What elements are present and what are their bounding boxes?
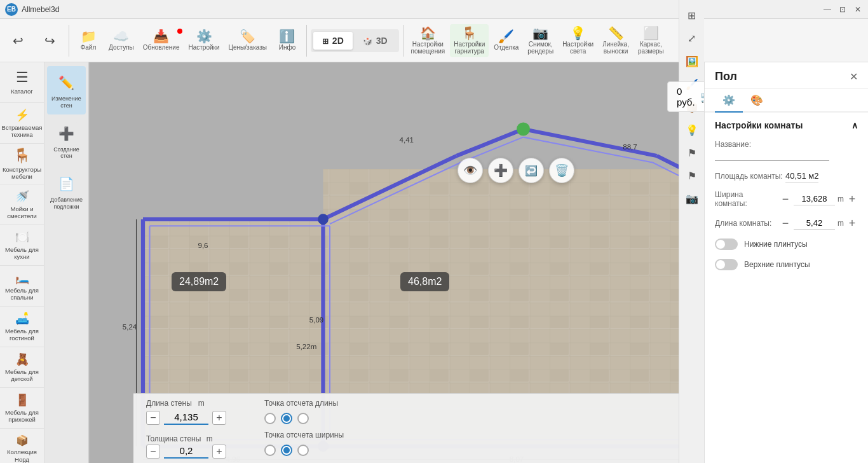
add-backing-icon: 📄 xyxy=(55,172,78,195)
section-collapse-icon: ∧ xyxy=(851,120,858,130)
wall-thickness-minus[interactable]: − xyxy=(146,445,160,459)
sidebar-item-constructors[interactable]: 🪑 Конструкторы мебели xyxy=(0,144,44,184)
svg-point-30 xyxy=(517,123,530,136)
tab-palette[interactable]: 🎨 xyxy=(743,89,771,113)
info-button[interactable]: ℹ️ Инфо xyxy=(272,27,302,53)
lower-plinth-knob xyxy=(716,240,725,249)
upper-plinth-row: Верхние плинтусы xyxy=(715,259,858,270)
wall-thickness-label-row: Толщина стены m xyxy=(146,432,226,444)
nord-icon: 📦 xyxy=(16,434,29,446)
mode-2d-button[interactable]: ⊞ 2D xyxy=(313,32,353,50)
wall-thickness-plus[interactable]: + xyxy=(212,445,226,459)
room-width-control: − m + xyxy=(780,193,858,205)
price-badge[interactable]: 0 руб. 🛒 xyxy=(667,81,704,112)
wall-length-plus[interactable]: + xyxy=(212,411,226,425)
price-button[interactable]: 🏷️ Цены/заказы xyxy=(225,27,271,53)
sidebar-item-kitchen[interactable]: 🍽️ Мебель для кухни xyxy=(0,225,44,266)
delete-button[interactable]: 🗑️ xyxy=(549,158,574,183)
view-mode-toggle: ⊞ 2D 🎲 3D xyxy=(311,29,399,52)
catalog-icon: ☰ xyxy=(16,69,29,86)
wall-length-minus[interactable]: − xyxy=(146,411,160,425)
room-length-plus[interactable]: + xyxy=(846,218,858,229)
sidebar-item-hallway[interactable]: 🚪 Мебель для прихожей xyxy=(0,388,44,429)
upper-plinth-toggle[interactable] xyxy=(715,259,738,270)
canvas-fab-group: 👁️ ➕ ↩️ 🗑️ xyxy=(458,158,574,183)
access-icon: ☁️ xyxy=(113,30,129,43)
wall-length-label-row: Длина стены m xyxy=(146,399,226,408)
room-width-minus[interactable]: − xyxy=(780,193,791,205)
canvas-area[interactable]: 0 руб. 🛒 xyxy=(89,62,704,463)
redo-button[interactable]: ↪ xyxy=(34,32,65,50)
finish-button[interactable]: 🖌️ Отделка xyxy=(490,27,522,53)
ref-width-right-radio[interactable] xyxy=(297,445,309,456)
settings-button[interactable]: ⚙️ Настройки xyxy=(185,27,224,53)
room-name-value[interactable] xyxy=(715,149,829,161)
svg-text:5,22m: 5,22m xyxy=(296,343,316,351)
rmt-flag2-button[interactable]: ⚑ xyxy=(682,165,702,186)
rmt-expand-button[interactable]: ⤢ xyxy=(682,28,702,48)
info-icon: ℹ️ xyxy=(279,30,295,43)
tool-edit-walls[interactable]: ✏️ Изменение стен xyxy=(47,66,86,114)
add-node-button[interactable]: ➕ xyxy=(488,158,513,183)
rmt-grid-button[interactable]: ⊞ xyxy=(682,5,702,25)
wall-length-input[interactable] xyxy=(164,410,208,425)
right-panel-close-button[interactable]: ✕ xyxy=(850,71,858,83)
tool-add-backing[interactable]: 📄 Добавление подложки xyxy=(47,167,86,216)
sidebar-item-living[interactable]: 🛋️ Мебель для гостиной xyxy=(0,307,44,347)
right-panel-tabs: ⚙️ 🎨 xyxy=(705,89,868,113)
rmt-flag1-button[interactable]: ⚑ xyxy=(682,142,702,163)
create-walls-icon: ➕ xyxy=(55,122,78,145)
ref-length-label: Точка отсчета длины xyxy=(264,399,344,408)
lower-plinth-toggle[interactable] xyxy=(715,238,738,250)
ruler-button[interactable]: 📏 Линейка, выноски xyxy=(599,24,633,57)
ref-width-center-radio[interactable] xyxy=(281,445,292,456)
maximize-button[interactable]: ⊡ xyxy=(837,4,848,15)
tab-settings[interactable]: ⚙️ xyxy=(715,89,743,113)
app-title: EB Allmebel3d xyxy=(5,3,59,16)
render-button[interactable]: 📷 Снимок, рендеры xyxy=(524,24,557,57)
mode-3d-button[interactable]: 🎲 3D xyxy=(354,32,397,50)
rmt-camera-button[interactable]: 📷 xyxy=(682,188,702,209)
room-width-input[interactable] xyxy=(794,193,835,205)
room-settings-button[interactable]: 🏠 Настройки помещения xyxy=(407,24,449,57)
undo-icon: ↩ xyxy=(13,34,24,47)
sidebar-item-builtin[interactable]: ⚡ Встраиваемая техника xyxy=(0,103,44,144)
close-button[interactable]: ✕ xyxy=(853,4,863,15)
minimize-button[interactable]: — xyxy=(822,4,832,15)
light-settings-button[interactable]: 💡 Настройки света xyxy=(559,24,597,57)
access-button[interactable]: ☁️ Доступы xyxy=(105,27,138,53)
hallway-icon: 🚪 xyxy=(15,393,29,407)
room-area-label: Площадь команты: xyxy=(715,172,783,181)
file-button[interactable]: 📁 Файл xyxy=(73,27,104,53)
ref-width-left-radio[interactable] xyxy=(264,445,276,456)
ref-length-center-radio[interactable] xyxy=(281,413,292,424)
ref-length-right-radio[interactable] xyxy=(297,413,309,424)
undo-button[interactable]: ↩ xyxy=(3,32,33,50)
price-icon: 🏷️ xyxy=(240,30,255,43)
room-length-minus[interactable]: − xyxy=(780,218,791,229)
update-button[interactable]: 📥 Обновление xyxy=(139,27,184,53)
sidebar-item-sinks[interactable]: 🚿 Мойки и смесители xyxy=(0,184,44,225)
wall-length-control: − + xyxy=(146,410,226,425)
room-settings-section[interactable]: Настройки комнаты ∧ xyxy=(715,120,858,130)
wall-length-unit: m xyxy=(198,399,205,408)
sidebar-item-kids[interactable]: 🧸 Мебель для детской xyxy=(0,347,44,388)
wall-thickness-input[interactable] xyxy=(164,444,208,459)
view-eye-button[interactable]: 👁️ xyxy=(458,158,483,183)
bottom-panel: Длина стены m − + Толщина стены m − + xyxy=(133,393,704,463)
tool-create-walls[interactable]: ➕ Создание стен xyxy=(47,117,86,165)
sidebar-item-catalog[interactable]: ☰ Каталог xyxy=(0,62,44,103)
wireframe-button[interactable]: ⬜ Каркас, размеры xyxy=(634,24,668,57)
divider-1 xyxy=(69,25,69,57)
furniture-settings-button[interactable]: 🪑 Настройки гарнитура xyxy=(450,24,489,57)
ref-width-label: Точка отсчета ширины xyxy=(264,431,344,439)
sidebar-item-nord[interactable]: 📦 Коллекция Норд xyxy=(0,429,44,463)
svg-point-31 xyxy=(318,214,329,225)
ref-length-left-radio[interactable] xyxy=(264,413,276,424)
sidebar-item-bedroom[interactable]: 🛏️ Мебель для спальни xyxy=(0,266,44,307)
rotate-button[interactable]: ↩️ xyxy=(519,158,544,183)
room-width-plus[interactable]: + xyxy=(846,193,858,205)
rmt-image-button[interactable]: 🖼️ xyxy=(682,51,702,71)
room-length-input[interactable] xyxy=(794,217,835,230)
rmt-light-button[interactable]: 💡 xyxy=(682,120,702,140)
